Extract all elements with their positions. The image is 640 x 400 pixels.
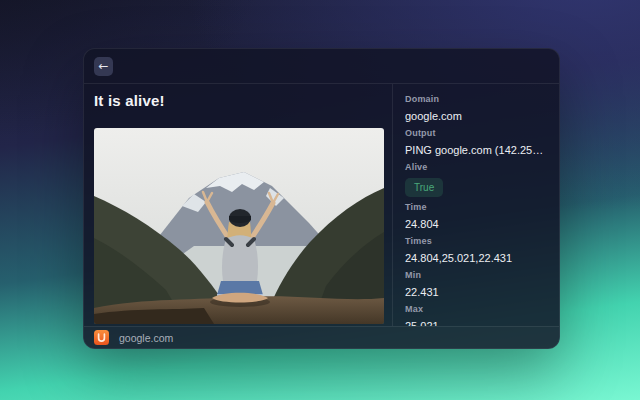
back-arrow-icon: ← [98,59,108,73]
field-value: 24.804 [405,217,547,231]
field-label: Output [405,128,547,139]
site-favicon-icon [94,330,109,345]
alive-status-badge: True [405,178,443,197]
field-value: PING google.com (142.250.185.14):... [405,143,547,157]
page-title: It is alive! [94,92,384,110]
back-button[interactable]: ← [94,57,113,76]
field-domain: Domain google.com [405,94,547,123]
field-label: Min [405,270,547,281]
titlebar: ← [84,49,559,84]
field-max: Max 25.021 [405,304,547,326]
field-label: Times [405,236,547,247]
status-bar: google.com [84,326,559,348]
field-value: 25.021 [405,319,547,326]
status-site-label[interactable]: google.com [119,332,173,344]
field-alive: Alive True [405,162,547,197]
field-min: Min 22.431 [405,270,547,299]
content-area: It is alive! [84,84,559,326]
app-window: ← It is alive! [83,48,560,349]
field-label: Domain [405,94,547,105]
hero-photo [94,128,384,324]
field-times: Times 24.804,25.021,22.431 [405,236,547,265]
field-value: google.com [405,109,547,123]
field-value: 22.431 [405,285,547,299]
field-label: Max [405,304,547,315]
details-panel: Domain google.com Output PING google.com… [392,84,559,326]
main-column: It is alive! [84,84,392,326]
field-label: Time [405,202,547,213]
field-label: Alive [405,162,547,173]
field-value: 24.804,25.021,22.431 [405,251,547,265]
field-time: Time 24.804 [405,202,547,231]
field-output: Output PING google.com (142.250.185.14):… [405,128,547,157]
